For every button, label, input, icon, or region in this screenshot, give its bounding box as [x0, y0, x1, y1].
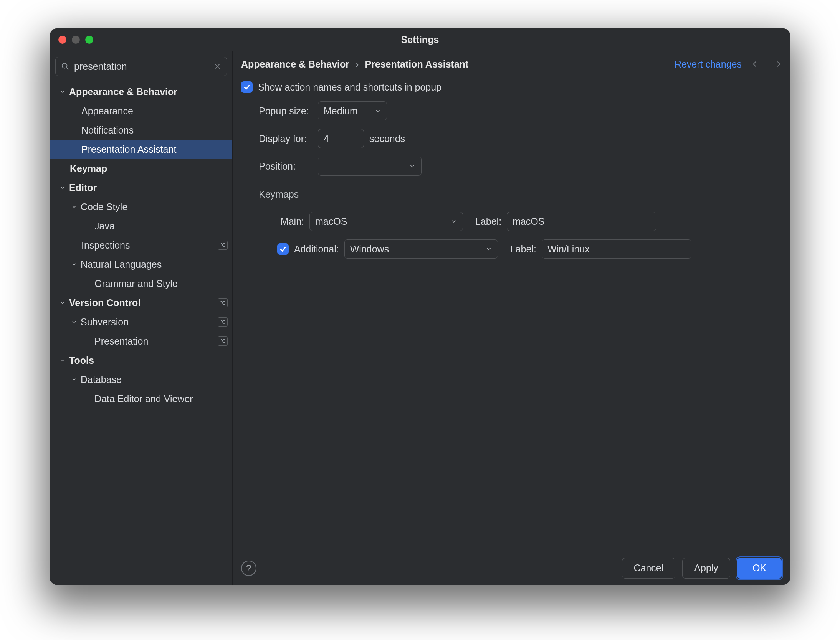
main-keymap-select[interactable]: macOS: [309, 212, 463, 231]
tree-item[interactable]: Appearance & Behavior: [50, 82, 232, 101]
tree-item[interactable]: Data Editor and Viewer: [50, 389, 232, 408]
tree-item[interactable]: Grammar and Style: [50, 274, 232, 293]
chevron-down-icon: [409, 163, 416, 170]
svg-line-1: [66, 68, 68, 69]
tree-item-label: Grammar and Style: [94, 278, 228, 289]
tree-item[interactable]: Presentation⌥: [50, 332, 232, 351]
chevron-down-icon: [70, 204, 78, 210]
tree-item[interactable]: Subversion⌥: [50, 312, 232, 332]
tree-item[interactable]: Tools: [50, 351, 232, 370]
tree-item-label: Code Style: [81, 201, 228, 213]
tree-item-label: Notifications: [81, 125, 228, 136]
tree-item[interactable]: Code Style: [50, 197, 232, 216]
search-icon: [61, 62, 69, 71]
show-popup-checkbox[interactable]: [241, 81, 253, 93]
breadcrumb-parent[interactable]: Appearance & Behavior: [241, 59, 349, 70]
tree-item-label: Database: [81, 374, 228, 385]
popup-size-label: Popup size:: [259, 106, 313, 117]
svg-point-0: [62, 63, 67, 68]
tree-item[interactable]: Natural Languages: [50, 255, 232, 274]
tree-item[interactable]: Java: [50, 216, 232, 236]
close-window-button[interactable]: [58, 36, 66, 44]
tree-item-label: Data Editor and Viewer: [94, 393, 228, 404]
chevron-down-icon: [58, 357, 67, 363]
tree-item[interactable]: Inspections⌥: [50, 236, 232, 255]
main-label-field[interactable]: [507, 212, 656, 231]
apply-button[interactable]: Apply: [682, 558, 730, 579]
tree-item-label: Presentation Assistant: [81, 144, 228, 155]
zoom-window-button[interactable]: [85, 36, 93, 44]
chevron-down-icon: [374, 107, 381, 114]
tree-item-label: Java: [94, 221, 228, 232]
window-controls: [58, 28, 93, 51]
additional-label-field[interactable]: [542, 239, 691, 259]
settings-tree[interactable]: Appearance & BehaviorAppearanceNotificat…: [50, 80, 232, 585]
modified-badge: ⌥: [218, 336, 228, 346]
nav-back-icon[interactable]: [752, 59, 762, 69]
tree-item[interactable]: Keymap: [50, 159, 232, 178]
display-for-input[interactable]: [324, 133, 358, 144]
display-for-field[interactable]: [318, 129, 364, 148]
tree-item-label: Keymap: [70, 163, 228, 174]
breadcrumb-header: Appearance & Behavior › Presentation Ass…: [233, 51, 790, 77]
additional-keymap-label: Additional:: [294, 244, 339, 255]
keymaps-section-label: Keymaps: [259, 189, 782, 200]
revert-changes-link[interactable]: Revert changes: [675, 59, 742, 70]
tree-item-label: Editor: [69, 182, 228, 193]
tree-item[interactable]: Notifications: [50, 120, 232, 140]
tree-item[interactable]: Presentation Assistant: [50, 140, 232, 159]
chevron-down-icon: [70, 376, 78, 383]
modified-badge: ⌥: [218, 298, 228, 307]
chevron-down-icon: [450, 218, 457, 225]
additional-keymap-select[interactable]: Windows: [344, 239, 498, 259]
settings-main: Appearance & Behavior › Presentation Ass…: [233, 51, 790, 585]
chevron-down-icon: [70, 261, 78, 267]
additional-label-input[interactable]: [547, 244, 686, 255]
tree-item-label: Appearance & Behavior: [69, 86, 228, 97]
position-label: Position:: [259, 161, 313, 172]
modified-badge: ⌥: [218, 317, 228, 327]
chevron-down-icon: [58, 89, 67, 95]
breadcrumb-current: Presentation Assistant: [365, 59, 468, 70]
tree-item-label: Inspections: [81, 240, 218, 251]
titlebar: Settings: [50, 28, 790, 51]
display-for-label: Display for:: [259, 133, 313, 144]
additional-keymap-checkbox[interactable]: [277, 243, 289, 255]
chevron-right-icon: ›: [355, 59, 359, 70]
display-for-suffix: seconds: [369, 133, 405, 144]
chevron-down-icon: [70, 319, 78, 325]
position-select[interactable]: [318, 157, 422, 176]
additional-keymap-value: Windows: [350, 244, 478, 255]
chevron-down-icon: [485, 246, 492, 252]
tree-item-label: Natural Languages: [81, 259, 228, 270]
tree-item-label: Presentation: [94, 336, 218, 347]
popup-size-select[interactable]: Medium: [318, 101, 387, 120]
chevron-down-icon: [58, 300, 67, 306]
tree-item[interactable]: Version Control⌥: [50, 293, 232, 312]
tree-item[interactable]: Appearance: [50, 101, 232, 120]
help-button[interactable]: ?: [241, 561, 256, 576]
main-label-label: Label:: [475, 216, 501, 227]
main-keymap-label: Main:: [277, 216, 304, 227]
ok-button[interactable]: OK: [737, 558, 782, 579]
settings-content: Show action names and shortcuts in popup…: [233, 77, 790, 551]
cancel-button[interactable]: Cancel: [622, 558, 676, 579]
search-input[interactable]: [74, 61, 209, 72]
window-title: Settings: [401, 34, 439, 45]
chevron-down-icon: [58, 185, 67, 191]
popup-size-value: Medium: [324, 106, 367, 117]
settings-window: Settings Appearance & BehaviorAppearance…: [50, 28, 790, 585]
divider: [259, 203, 782, 203]
clear-search-icon[interactable]: [213, 63, 221, 70]
search-field[interactable]: [55, 57, 227, 76]
nav-forward-icon[interactable]: [772, 59, 782, 69]
minimize-window-button[interactable]: [72, 36, 80, 44]
additional-label-label: Label:: [510, 244, 536, 255]
tree-item-label: Appearance: [81, 106, 228, 117]
dialog-footer: ? Cancel Apply OK: [233, 551, 790, 585]
show-popup-label: Show action names and shortcuts in popup: [258, 82, 441, 93]
main-label-input[interactable]: [513, 216, 651, 227]
settings-sidebar: Appearance & BehaviorAppearanceNotificat…: [50, 51, 233, 585]
tree-item[interactable]: Editor: [50, 178, 232, 197]
tree-item[interactable]: Database: [50, 370, 232, 389]
